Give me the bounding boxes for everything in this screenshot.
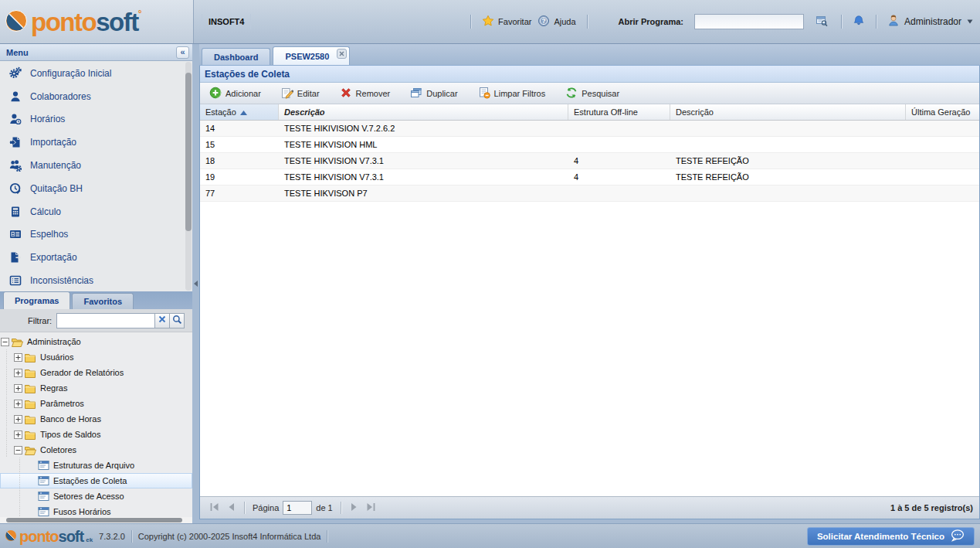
page-number-input[interactable]: [283, 501, 312, 515]
tree-expander-plus-icon[interactable]: [13, 396, 23, 411]
menu-scrollbar-thumb[interactable]: [185, 73, 192, 231]
menu-scrollbar[interactable]: [185, 62, 192, 291]
limpar-filtros-button[interactable]: Limpar Filtros: [475, 84, 549, 103]
tree-item-estruturas-de-arquivo[interactable]: Estruturas de Arquivo: [0, 458, 192, 473]
person-icon: [8, 90, 22, 104]
sidebar-item-quitacao-bh[interactable]: Quitação BH: [0, 177, 192, 200]
notifications-button[interactable]: [853, 15, 865, 29]
sidebar-item-exportacao[interactable]: Exportação: [0, 246, 192, 269]
pesquisar-button[interactable]: Pesquisar: [562, 84, 622, 103]
table-row[interactable]: 15TESTE HIKVISION HML: [200, 137, 979, 153]
next-page-button[interactable]: [345, 499, 362, 516]
first-page-button[interactable]: [206, 499, 223, 516]
table-cell: 4: [568, 153, 670, 168]
remover-button[interactable]: Remover: [337, 84, 394, 103]
last-page-button[interactable]: [362, 499, 379, 516]
sidebar-item-espelhos[interactable]: Espelhos: [0, 223, 192, 247]
tree-expander-minus-icon[interactable]: [13, 442, 23, 458]
tree-item-setores-de-acesso[interactable]: Setores de Acesso: [0, 488, 192, 504]
table-row[interactable]: 14TESTE HIKIVISION V.7.2.6.2: [200, 121, 979, 137]
tree-expander-plus-icon[interactable]: [13, 411, 23, 427]
top-header: pontosoft° INSOFT4 Favoritar ? Ajuda Abr…: [0, 0, 980, 44]
sidebar-menu-list: Configuração InicialColaboradoresHorário…: [0, 61, 192, 291]
column-header-2[interactable]: Estrutura Off-line: [568, 104, 670, 120]
tree-indent: [0, 427, 13, 442]
table-cell: [906, 153, 979, 168]
user-name-label: Administrador: [904, 16, 961, 27]
next-page-icon: [348, 501, 360, 516]
tree-connector: [26, 488, 36, 504]
table-cell: 4: [568, 169, 670, 185]
tree-indent: [13, 473, 26, 488]
refresh-icon: [565, 87, 578, 100]
sidebar-splitter[interactable]: [192, 44, 199, 523]
tab-psew2580[interactable]: PSEW2580: [273, 46, 350, 65]
prev-page-button[interactable]: [223, 499, 240, 516]
tree-filter-input[interactable]: [56, 313, 155, 328]
column-header-label: Estação: [205, 107, 236, 117]
workspace: Menu « Configuração InicialColaboradores…: [0, 44, 980, 523]
sidebar-item-label: Cálculo: [30, 206, 61, 217]
brand-logo: pontosoft°: [0, 0, 194, 43]
tab-dashboard[interactable]: Dashboard: [202, 48, 270, 65]
tree-item-estacoes-de-coleta[interactable]: Estações de Coleta: [0, 473, 192, 488]
tree-hscroll-thumb[interactable]: [6, 518, 182, 522]
table-row[interactable]: 19TESTE HIKVISION V7.3.14TESTE REFEIÇÃO: [200, 169, 979, 186]
favorite-button[interactable]: Favoritar: [482, 15, 531, 29]
sidebar-item-colaboradores[interactable]: Colaboradores: [0, 85, 192, 108]
filter-clear-button[interactable]: [155, 313, 170, 328]
open-program-input[interactable]: [694, 14, 804, 29]
editar-button[interactable]: Editar: [278, 84, 323, 103]
column-header-3[interactable]: Descrição: [670, 104, 906, 120]
column-header-4[interactable]: Última Geração: [906, 104, 979, 120]
sidebar-item-configuracao-inicial[interactable]: Configuração Inicial: [0, 62, 192, 85]
sidebar-item-inconsistencias[interactable]: Inconsistências: [0, 269, 192, 291]
program-picker-icon: [816, 15, 828, 29]
adicionar-button[interactable]: Adicionar: [206, 84, 264, 103]
tree-item-tipos-de-saldos[interactable]: Tipos de Saldos: [0, 427, 192, 442]
sidebar-item-calculo[interactable]: Cálculo: [0, 200, 192, 223]
tree-item-usuarios[interactable]: Usuários: [0, 349, 192, 365]
column-header-1[interactable]: Descrição: [279, 104, 568, 120]
tree-item-fusos-horarios[interactable]: Fusos Horários: [0, 504, 192, 517]
table-cell: [568, 121, 670, 136]
tab-programas[interactable]: Programas: [3, 291, 70, 309]
tree-item-coletores[interactable]: Coletores: [0, 442, 192, 458]
tree-item-regras[interactable]: Regras: [0, 380, 192, 396]
sidebar-item-importacao[interactable]: Importação: [0, 131, 192, 154]
tree-expander-plus-icon[interactable]: [13, 349, 23, 365]
tree-item-label: Tipos de Saldos: [40, 430, 100, 439]
sidebar-item-horarios[interactable]: Horários: [0, 108, 192, 131]
user-menu[interactable]: Administrador: [887, 15, 974, 29]
sidebar-item-manutencao[interactable]: Manutenção: [0, 154, 192, 177]
request-support-button[interactable]: Solicitar Atendimento Técnico: [807, 527, 975, 546]
tree-expander-plus-icon[interactable]: [13, 427, 23, 442]
tree-item-gerador-de-relatorios[interactable]: Gerador de Relatórios: [0, 365, 192, 380]
main-tabstrip: Dashboard PSEW2580: [199, 44, 980, 66]
splitter-collapse-icon[interactable]: [194, 281, 198, 287]
remove-icon: [340, 87, 352, 100]
person-clock-icon: [8, 112, 22, 126]
tab-favoritos[interactable]: Favoritos: [72, 293, 134, 309]
tree-horizontal-scrollbar[interactable]: [0, 517, 192, 523]
program-picker-button[interactable]: [813, 14, 830, 29]
tree-expander-minus-icon[interactable]: [0, 334, 10, 349]
sidebar-item-label: Configuração Inicial: [30, 68, 111, 79]
top-header-actions: Favoritar ? Ajuda Abrir Programa:: [466, 14, 974, 29]
tree-connector: [26, 473, 36, 488]
filter-search-button[interactable]: [170, 313, 185, 328]
first-page-icon: [209, 501, 221, 516]
table-row[interactable]: 18TESTE HIKVISION V7.3.14TESTE REFEIÇÃO: [200, 153, 979, 169]
toolbar-button-label: Adicionar: [226, 89, 261, 98]
column-header-0[interactable]: Estação: [200, 104, 279, 120]
table-row[interactable]: 77TESTE HIKVISON P7: [200, 186, 979, 202]
tree-expander-plus-icon[interactable]: [13, 365, 23, 380]
tree-item-administracao[interactable]: Administração: [0, 334, 192, 349]
tree-item-banco-de-horas[interactable]: Banco de Horas: [0, 411, 192, 427]
close-tab-icon[interactable]: [337, 49, 347, 59]
tree-item-parametros[interactable]: Parâmetros: [0, 396, 192, 411]
tree-expander-plus-icon[interactable]: [13, 380, 23, 396]
duplicar-button[interactable]: Duplicar: [407, 84, 460, 103]
help-button[interactable]: ? Ajuda: [537, 15, 575, 29]
collapse-sidebar-button[interactable]: «: [176, 46, 189, 59]
